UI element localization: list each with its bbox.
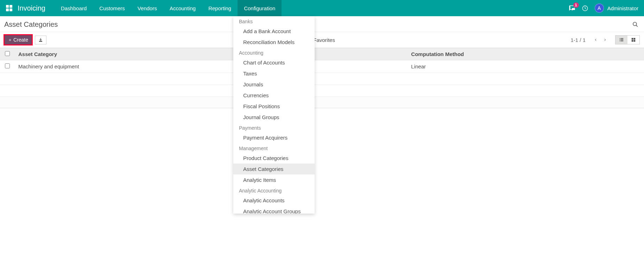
table-footer [0,97,644,108]
svg-rect-14 [632,38,633,40]
nav-item-dashboard[interactable]: Dashboard [55,0,93,16]
app-title[interactable]: Invoicing [18,4,45,12]
import-button[interactable] [35,36,46,44]
main-menu: DashboardCustomersVendorsAccountingRepor… [55,0,282,16]
create-button-label: Create [13,37,28,43]
svg-rect-11 [621,39,624,40]
svg-rect-8 [620,38,620,39]
pager-prev[interactable] [591,36,600,44]
svg-rect-9 [621,38,624,39]
blank-row [0,73,644,85]
asset-categories-table: Asset Category Computation Method Machin… [0,48,644,108]
table-row[interactable]: Machinery and equipmentLinear [0,60,644,73]
svg-line-6 [636,25,638,27]
svg-rect-10 [620,39,620,40]
kanban-view-button[interactable] [627,36,639,44]
page-title: Asset Categories [4,20,58,29]
user-avatar: A [595,4,604,13]
pager-text[interactable]: 1-1 / 1 [570,37,586,43]
messages-icon[interactable]: 1 [568,5,575,11]
dropdown-header: Accounting [233,48,315,57]
svg-rect-7 [39,41,42,42]
row-checkbox[interactable] [5,63,10,68]
activity-icon[interactable] [582,5,588,12]
top-navbar: Invoicing DashboardCustomersVendorsAccou… [0,0,644,16]
svg-rect-1 [10,5,12,8]
nav-item-customers[interactable]: Customers [93,0,131,16]
control-panel-bottom: Create roup By Favorites 1-1 / 1 [0,32,644,48]
nav-item-vendors[interactable]: Vendors [131,0,163,16]
svg-rect-15 [634,38,636,40]
pager-next[interactable] [600,36,610,44]
list-view-button[interactable] [615,36,627,44]
apps-icon[interactable] [6,5,13,12]
dropdown-item-add-a-bank-account[interactable]: Add a Bank Account [233,26,315,37]
svg-rect-12 [620,41,620,41]
svg-point-5 [633,22,637,26]
svg-rect-16 [632,40,633,42]
nav-item-accounting[interactable]: Accounting [163,0,202,16]
plus-icon [8,38,12,42]
select-all-checkbox[interactable] [5,51,10,56]
column-category[interactable]: Asset Category [15,48,408,60]
search-icon[interactable] [631,20,640,29]
control-panel-top: Asset Categories [0,16,644,32]
list-icon [619,37,624,42]
configuration-dropdown: BanksAdd a Bank AccountReconciliation Mo… [233,16,315,108]
svg-rect-3 [10,8,12,11]
message-count-badge: 1 [573,2,579,8]
kanban-icon [631,37,636,42]
dropdown-item-journals[interactable]: Journals [233,79,315,90]
cell-category: Machinery and equipment [15,60,408,73]
svg-rect-0 [6,5,9,8]
svg-rect-13 [621,41,624,41]
svg-rect-17 [634,40,636,42]
dropdown-item-taxes[interactable]: Taxes [233,68,315,79]
blank-row [0,85,644,97]
user-name: Administrator [607,5,638,11]
cell-method: Linear [408,60,644,73]
svg-rect-2 [6,8,9,11]
dropdown-item-chart-of-accounts[interactable]: Chart of Accounts [233,57,315,68]
table-body: Machinery and equipmentLinear [0,60,644,108]
dropdown-item-fiscal-positions[interactable]: Fiscal Positions [233,101,315,108]
nav-item-reporting[interactable]: Reporting [202,0,238,16]
dropdown-item-currencies[interactable]: Currencies [233,90,315,101]
user-menu[interactable]: A Administrator [595,4,638,13]
dropdown-header: Banks [233,16,315,26]
column-method[interactable]: Computation Method [408,48,644,60]
nav-item-configuration[interactable]: Configuration [238,0,282,16]
create-button[interactable]: Create [4,35,32,45]
dropdown-item-reconciliation-models[interactable]: Reconciliation Models [233,37,315,48]
download-icon [38,38,43,42]
